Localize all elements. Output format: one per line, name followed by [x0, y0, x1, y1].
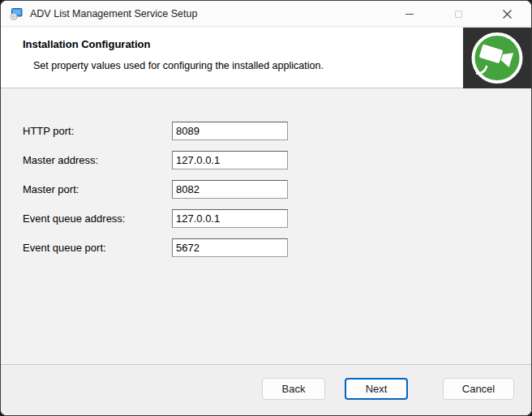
maximize-icon: [455, 11, 462, 18]
master-port-input[interactable]: [172, 180, 288, 199]
page-title: Installation Configuration: [23, 38, 150, 50]
form-row-event-queue-address: Event queue address:: [1, 209, 531, 229]
dialog-footer: Back Next Cancel: [1, 364, 531, 415]
back-button[interactable]: Back: [262, 378, 325, 400]
master-port-label: Master port:: [23, 183, 79, 195]
cancel-button[interactable]: Cancel: [443, 378, 514, 400]
windows-installer-icon: [10, 7, 23, 20]
event-queue-address-label: Event queue address:: [23, 212, 125, 225]
form-row-master-address: Master address:: [1, 151, 531, 170]
form-row-http-port: HTTP port:: [1, 122, 531, 141]
http-port-label: HTTP port:: [23, 125, 74, 137]
event-queue-port-label: Event queue port:: [23, 242, 106, 254]
event-queue-address-input[interactable]: [172, 209, 288, 228]
dialog-header: Installation Configuration Set property …: [1, 28, 531, 88]
next-button[interactable]: Next: [345, 378, 408, 400]
setup-wizard-window: ADV List Management Service Setup Instal…: [0, 0, 532, 416]
caption-buttons: [385, 1, 531, 27]
security-camera-icon: [463, 28, 531, 88]
master-address-input[interactable]: [172, 151, 288, 169]
form-row-master-port: Master port:: [1, 180, 531, 199]
close-button[interactable]: [483, 1, 531, 27]
form-row-event-queue-port: Event queue port:: [1, 238, 531, 258]
page-subtitle: Set property values used for configuring…: [33, 60, 324, 71]
http-port-input[interactable]: [172, 122, 288, 140]
minimize-button[interactable]: [385, 1, 434, 27]
master-address-label: Master address:: [23, 154, 98, 166]
maximize-button: [434, 1, 483, 27]
title-bar: ADV List Management Service Setup: [1, 1, 531, 27]
close-icon: [503, 10, 512, 19]
configuration-form: HTTP port: Master address: Master port: …: [1, 89, 531, 364]
event-queue-port-input[interactable]: [172, 238, 288, 257]
minimize-icon: [405, 14, 414, 15]
window-title: ADV List Management Service Setup: [30, 8, 197, 19]
banner-artwork: [463, 28, 531, 88]
